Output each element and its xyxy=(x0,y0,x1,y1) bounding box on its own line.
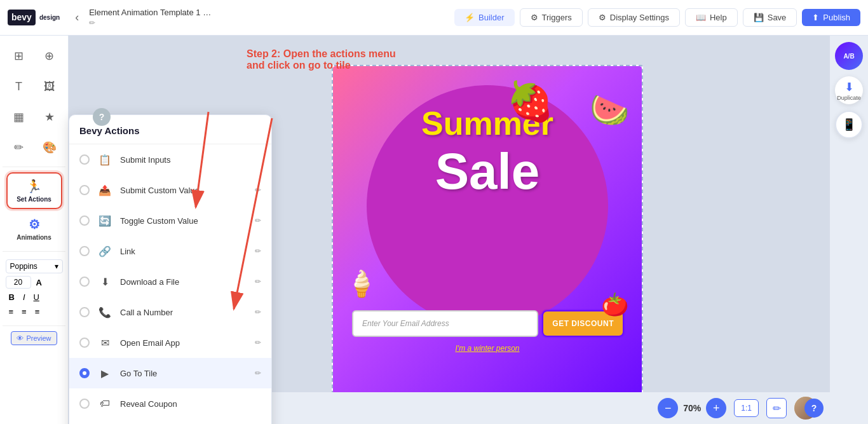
nav-back-button[interactable]: ‹ xyxy=(70,8,84,27)
help-bubble-actions[interactable]: ? xyxy=(93,108,111,126)
radio-submit-inputs[interactable] xyxy=(79,154,90,165)
action-edit-toggle-custom[interactable]: ✏ xyxy=(255,216,261,225)
mobile-icon: 📱 xyxy=(842,118,856,132)
zoom-out-button[interactable]: − xyxy=(658,398,678,418)
action-edit-call-number[interactable]: ✏ xyxy=(255,308,261,317)
help-label: Help xyxy=(710,13,727,22)
action-edit-submit-custom[interactable]: ✏ xyxy=(255,186,261,195)
triggers-button[interactable]: ⚙ Triggers xyxy=(520,8,583,27)
radio-toggle-custom[interactable] xyxy=(79,215,90,226)
action-item-open-email[interactable]: ✉Open Email App✏ xyxy=(69,327,271,358)
winter-link[interactable]: I'm a winter person xyxy=(456,344,520,353)
email-input[interactable]: Enter Your Email Address xyxy=(352,310,538,337)
triggers-label: Triggers xyxy=(542,13,572,22)
action-edit-link[interactable]: ✏ xyxy=(255,247,261,256)
action-icon-call-number: 📞 xyxy=(96,303,114,321)
campaign-inner: Summer Sale 🍓 🍉 🍦 🍅 Enter Your Email Add… xyxy=(333,66,642,394)
action-item-link[interactable]: 🔗Link✏ xyxy=(69,236,271,266)
action-item-download-file[interactable]: ⬇Download a File✏ xyxy=(69,266,271,297)
radio-submit-custom[interactable] xyxy=(79,185,90,195)
action-icon-open-email: ✉ xyxy=(96,334,114,352)
duplicate-button[interactable]: ⬇ Duplicate xyxy=(835,76,863,104)
display-settings-button[interactable]: ⚙ Display Settings xyxy=(588,8,680,27)
logo-sub: design xyxy=(39,14,60,21)
edit-mode-button[interactable]: ✏ xyxy=(766,398,787,418)
publish-button[interactable]: ⬆ Publish xyxy=(802,9,860,26)
radio-open-email[interactable] xyxy=(79,338,90,348)
mobile-preview-button[interactable]: 📱 xyxy=(835,111,863,139)
nav-edit-icon[interactable]: ✏ xyxy=(89,18,216,27)
action-item-call-number[interactable]: 📞Call a Number✏ xyxy=(69,297,271,327)
builder-label: Builder xyxy=(478,13,504,22)
bold-button[interactable]: B xyxy=(6,291,18,303)
sidebar-icon-star[interactable]: ★ xyxy=(36,103,64,131)
sidebar-icon-draw[interactable]: ✏ xyxy=(5,133,33,161)
sidebar-icon-row-1: ⊞ ⊕ xyxy=(5,42,64,70)
action-icon-go-to-tile: ▶ xyxy=(96,364,114,382)
font-controls: Poppins ▾ 20 A B I U ≡ ≡ ≡ xyxy=(6,257,63,320)
save-button[interactable]: 💾 Save xyxy=(743,8,797,27)
left-sidebar: ⊞ ⊕ T 🖼 ▦ ★ ✏ 🎨 🏃 Set Actions xyxy=(0,36,69,424)
sidebar-icon-text[interactable]: T xyxy=(5,72,33,100)
action-edit-download-file[interactable]: ✏ xyxy=(255,277,261,286)
radio-call-number[interactable] xyxy=(79,307,90,317)
radio-download-file[interactable] xyxy=(79,277,90,287)
ratio-button[interactable]: 1:1 xyxy=(734,399,759,417)
action-label-link: Link xyxy=(120,247,248,256)
action-label-reveal-coupon: Reveal Coupon xyxy=(120,399,261,409)
sidebar-icon-row-4: ✏ 🎨 xyxy=(5,133,64,161)
duplicate-label: Duplicate xyxy=(837,95,861,101)
sidebar-icon-paint[interactable]: 🎨 xyxy=(36,133,64,161)
paint-icon: 🎨 xyxy=(43,140,57,154)
star-icon: ★ xyxy=(44,110,55,124)
action-item-go-to-tile[interactable]: ▶Go To Tile✏ xyxy=(69,358,271,388)
animations-icon: ⚙ xyxy=(29,217,40,232)
sidebar-icon-add[interactable]: ⊕ xyxy=(36,42,64,70)
action-item-reveal-coupon[interactable]: 🏷Reveal Coupon xyxy=(69,388,271,419)
align-right-button[interactable]: ≡ xyxy=(32,306,43,318)
help-bubble-bottom[interactable]: ? xyxy=(804,399,824,418)
draw-icon: ✏ xyxy=(14,140,24,154)
help-button[interactable]: 📖 Help xyxy=(685,8,738,27)
radio-go-to-tile[interactable] xyxy=(79,368,90,378)
action-item-tag-visitor[interactable]: #Tag Visitor✏ xyxy=(69,419,271,424)
animations-button[interactable]: ⚙ Animations xyxy=(6,212,62,246)
sidebar-divider-3 xyxy=(3,325,65,326)
action-item-toggle-custom[interactable]: 🔄Toggle Custom Value✏ xyxy=(69,205,271,236)
italic-button[interactable]: I xyxy=(20,291,29,303)
underline-button[interactable]: U xyxy=(31,291,43,303)
sidebar-icon-layout[interactable]: ▦ xyxy=(5,103,33,131)
nav-title: Element Animation Template 1 Copy Cop... xyxy=(89,8,216,17)
font-bold-button[interactable]: A xyxy=(34,277,44,289)
preview-label: Preview xyxy=(26,334,51,342)
action-label-toggle-custom: Toggle Custom Value xyxy=(120,216,248,226)
preview-button[interactable]: 👁 Preview xyxy=(11,331,57,345)
text-style-row: B I U xyxy=(6,291,63,303)
builder-button[interactable]: ⚡ Builder xyxy=(454,9,514,26)
save-label: Save xyxy=(768,13,787,22)
font-size-input[interactable]: 20 xyxy=(6,276,31,289)
builder-icon: ⚡ xyxy=(465,13,475,22)
action-edit-open-email[interactable]: ✏ xyxy=(255,338,261,347)
action-label-go-to-tile: Go To Tile xyxy=(120,369,248,378)
sidebar-icon-image[interactable]: 🖼 xyxy=(36,72,64,100)
font-family-dropdown[interactable]: Poppins ▾ xyxy=(6,259,63,273)
zoom-in-button[interactable]: + xyxy=(706,398,726,418)
action-icon-download-file: ⬇ xyxy=(96,273,114,291)
align-left-button[interactable]: ≡ xyxy=(6,306,17,318)
action-edit-go-to-tile[interactable]: ✏ xyxy=(255,369,261,378)
set-actions-button[interactable]: 🏃 Set Actions xyxy=(6,172,62,209)
set-actions-label: Set Actions xyxy=(17,196,51,203)
image-icon: 🖼 xyxy=(44,80,55,93)
radio-link[interactable] xyxy=(79,246,90,256)
sidebar-icon-row-3: ▦ ★ xyxy=(5,103,64,131)
triggers-icon: ⚙ xyxy=(531,13,538,22)
align-center-button[interactable]: ≡ xyxy=(18,306,30,318)
action-icon-toggle-custom: 🔄 xyxy=(96,212,114,229)
actions-panel: Bevy Actions 📋Submit Inputs📤Submit Custo… xyxy=(69,114,272,424)
action-item-submit-inputs[interactable]: 📋Submit Inputs xyxy=(69,144,271,175)
sidebar-icon-grid[interactable]: ⊞ xyxy=(5,42,33,70)
radio-reveal-coupon[interactable] xyxy=(79,399,90,409)
action-item-submit-custom[interactable]: 📤Submit Custom Value✏ xyxy=(69,175,271,205)
font-family-value: Poppins xyxy=(10,262,37,271)
